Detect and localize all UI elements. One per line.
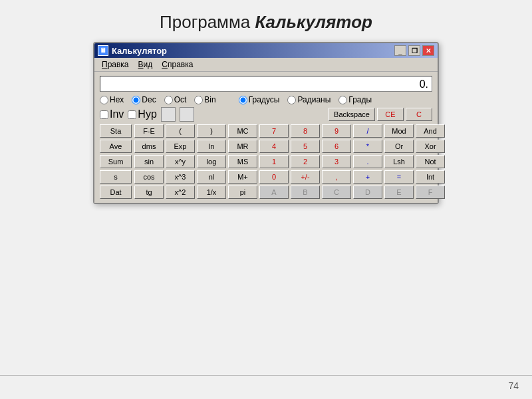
cos-button[interactable]: cos — [134, 170, 164, 184]
2-button[interactable]: 2 — [291, 155, 320, 168]
e-button[interactable]: E — [384, 186, 414, 199]
mr-button[interactable]: MR — [228, 140, 257, 153]
radians-radio[interactable] — [287, 96, 296, 104]
menu-bar: Правка Вид Справка — [94, 58, 438, 72]
title-normal: Программа — [160, 12, 255, 32]
oct-radio[interactable] — [164, 96, 173, 104]
degrees-radio[interactable] — [239, 96, 247, 104]
degrees-radio-label[interactable]: Градусы — [239, 95, 280, 104]
dec-radio-label[interactable]: Dec — [132, 95, 156, 104]
7-button[interactable]: 7 — [259, 124, 289, 138]
sta-button[interactable]: Sta — [100, 124, 132, 138]
4-button[interactable]: 4 — [259, 140, 289, 153]
sum-button[interactable]: Sum — [100, 155, 132, 168]
3-button[interactable]: 3 — [322, 155, 351, 168]
close-button[interactable]: ✕ — [422, 45, 434, 56]
close-paren-button[interactable]: ) — [197, 124, 226, 138]
bin-radio-label[interactable]: Bin — [194, 95, 215, 104]
hex-radio-label[interactable]: Hex — [100, 95, 124, 104]
xpy-button[interactable]: x^y — [166, 155, 195, 168]
grads-radio-label[interactable]: Грады — [338, 95, 372, 104]
mc-button[interactable]: MC — [228, 124, 257, 138]
not-button[interactable]: Not — [416, 155, 445, 168]
display: 0. — [100, 76, 432, 92]
s-button[interactable]: s — [100, 170, 132, 184]
fe-button[interactable]: F-E — [134, 124, 164, 138]
separator — [0, 375, 532, 376]
dms-button[interactable]: dms — [134, 140, 164, 153]
color-square-2 — [180, 107, 194, 122]
minimize-button[interactable]: _ — [394, 45, 406, 56]
nl-button[interactable]: nl — [197, 170, 226, 184]
c-button[interactable]: C — [406, 108, 432, 121]
hyp-checkbox[interactable] — [128, 110, 136, 119]
xp3-button[interactable]: x^3 — [166, 170, 195, 184]
plus-button[interactable]: + — [353, 170, 382, 184]
lsh-button[interactable]: Lsh — [384, 155, 414, 168]
div-button[interactable]: / — [353, 124, 382, 138]
restore-button[interactable]: ❐ — [408, 45, 420, 56]
8-button[interactable]: 8 — [291, 124, 320, 138]
and-button[interactable]: And — [416, 124, 445, 138]
sin-button[interactable]: sin — [134, 155, 164, 168]
xp2-button[interactable]: x^2 — [166, 186, 195, 199]
dec-radio[interactable] — [132, 96, 140, 104]
inv-checkbox-label[interactable]: Inv — [100, 108, 124, 120]
5-button[interactable]: 5 — [291, 140, 320, 153]
9-button[interactable]: 9 — [322, 124, 351, 138]
or-button[interactable]: Or — [384, 140, 414, 153]
c-hex-button[interactable]: C — [322, 186, 351, 199]
d-button[interactable]: D — [353, 186, 382, 199]
page-number: 74 — [508, 380, 519, 391]
xor-button[interactable]: Xor — [416, 140, 445, 153]
buttons-row-4: cos x^3 nl M+ 0 +/- , + = Int — [134, 170, 507, 184]
pi-button[interactable]: pi — [228, 186, 257, 199]
calc-body: 0. Hex Dec Oct Bin Градусы Радианы Грады… — [94, 72, 438, 203]
mplus-button[interactable]: M+ — [228, 170, 257, 184]
main-button-area: Sta Ave Sum s Dat F-E ( ) MC 7 8 9 / M — [100, 124, 432, 199]
ln-button[interactable]: ln — [197, 140, 226, 153]
app-icon: 🖩 — [98, 45, 108, 56]
0-button[interactable]: 0 — [259, 170, 289, 184]
log-button[interactable]: log — [197, 155, 226, 168]
equals-button[interactable]: = — [384, 170, 414, 184]
hex-radio[interactable] — [100, 96, 108, 104]
buttons-row-1: F-E ( ) MC 7 8 9 / Mod And — [134, 124, 507, 138]
stat-column: Sta Ave Sum s Dat — [100, 124, 132, 199]
ce-button[interactable]: CE — [377, 108, 404, 121]
ms-button[interactable]: MS — [228, 155, 257, 168]
comma-button[interactable]: , — [322, 170, 351, 184]
radians-radio-label[interactable]: Радианы — [287, 95, 331, 104]
mod-button[interactable]: Mod — [384, 124, 414, 138]
1-button[interactable]: 1 — [259, 155, 289, 168]
buttons-row-5: tg x^2 1/x pi A B C D E F — [134, 186, 507, 199]
backspace-button[interactable]: Backspace — [329, 108, 375, 121]
recip-button[interactable]: 1/x — [197, 186, 226, 199]
inv-checkbox[interactable] — [100, 110, 108, 119]
menu-spravka[interactable]: Справка — [160, 59, 195, 70]
oct-radio-label[interactable]: Oct — [164, 95, 187, 104]
title-bar-left: 🖩 Калькулятор — [98, 45, 167, 56]
menu-pravka[interactable]: Правка — [100, 59, 131, 70]
tg-button[interactable]: tg — [134, 186, 164, 199]
menu-vid[interactable]: Вид — [136, 59, 155, 70]
ave-button[interactable]: Ave — [100, 140, 132, 153]
plusminus-button[interactable]: +/- — [291, 170, 320, 184]
int-button[interactable]: Int — [416, 170, 445, 184]
a-button[interactable]: A — [259, 186, 289, 199]
buttons-row-2: dms Exp ln MR 4 5 6 * Or Xor — [134, 140, 507, 153]
color-square-1 — [161, 107, 176, 122]
dot-button[interactable]: . — [353, 155, 382, 168]
bin-radio[interactable] — [194, 96, 203, 104]
exp-button[interactable]: Exp — [166, 140, 195, 153]
b-button[interactable]: B — [291, 186, 320, 199]
6-button[interactable]: 6 — [322, 140, 351, 153]
open-paren-button[interactable]: ( — [166, 124, 195, 138]
page-title: Программа Калькулятор — [0, 0, 532, 42]
f-button[interactable]: F — [416, 186, 445, 199]
hyp-checkbox-label[interactable]: Hyp — [128, 108, 156, 120]
dat-button[interactable]: Dat — [100, 186, 132, 199]
grads-radio[interactable] — [338, 96, 347, 104]
main-right-area: F-E ( ) MC 7 8 9 / Mod And dms Exp ln — [134, 124, 507, 199]
mul-button[interactable]: * — [353, 140, 382, 153]
